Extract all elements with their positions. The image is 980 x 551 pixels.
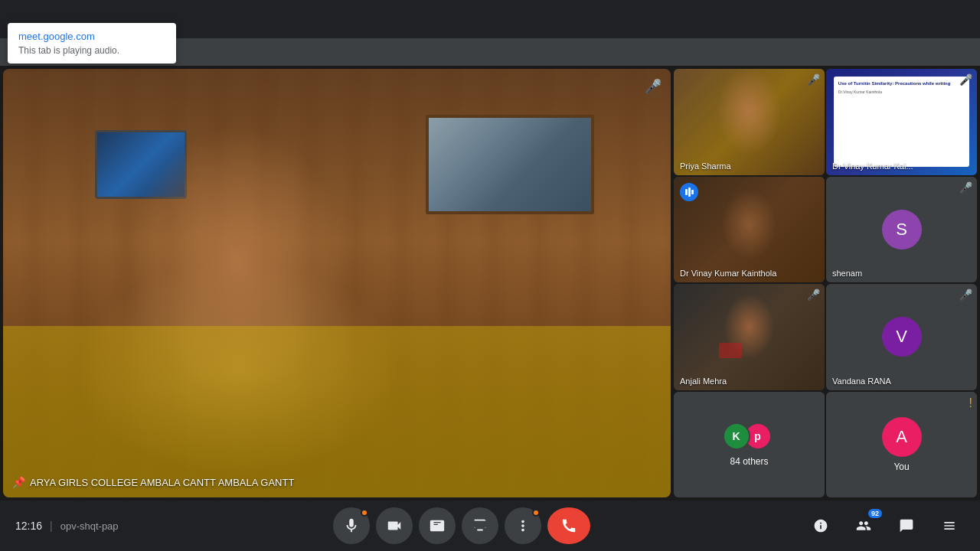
vandana-name: Vandana RANA — [832, 377, 891, 386]
controls-center — [333, 507, 590, 544]
chat-button[interactable] — [891, 510, 922, 541]
main-content: 🎤 📌 ARYA GIRLS COLLEGE AMBALA CANTT AMBA… — [0, 66, 980, 500]
more-options-button[interactable] — [505, 507, 541, 544]
vandana-mute-icon: 🎤 — [959, 289, 972, 301]
more-notification — [532, 509, 540, 517]
participants-button[interactable]: 92 — [848, 510, 879, 541]
priya-name: Priya Sharma — [680, 161, 731, 171]
participant-tile-others: K p 84 others — [674, 392, 825, 498]
main-video-mute-icon: 🎤 — [645, 78, 662, 95]
speaking-bar-2 — [688, 187, 691, 197]
activities-button[interactable] — [934, 510, 965, 541]
slide-title: Use of Turnitin Similarity: Precautions … — [838, 81, 965, 86]
tooltip-url: meet.google.com — [18, 31, 165, 42]
participant-tile-shenam: S 🎤 shenam — [826, 177, 977, 283]
participant-tile-priya: 🎤 Priya Sharma — [674, 69, 825, 175]
speaking-bar-1 — [685, 189, 688, 195]
participant-tile-vinay: Dr Vinay Kumar Kainthola — [674, 177, 825, 283]
main-video-label: 📌 ARYA GIRLS COLLEGE AMBALA CANTT AMBALA… — [12, 476, 294, 488]
speaking-bar-3 — [691, 190, 694, 194]
priya-face — [674, 69, 825, 175]
participant-tile-you: A ! You — [826, 392, 977, 498]
mic-button[interactable] — [333, 507, 370, 544]
info-button[interactable] — [805, 510, 836, 541]
warning-icon: ! — [969, 396, 972, 410]
audio-tooltip: meet.google.com This tab is playing audi… — [8, 23, 176, 64]
main-video-name: ARYA GIRLS COLLEGE AMBALA CANTT AMBALA G… — [30, 477, 294, 488]
captions-button[interactable] — [419, 507, 456, 544]
participant-count: 92 — [868, 509, 882, 518]
time-display: 12:16 — [15, 520, 42, 532]
you-avatar: A — [882, 417, 922, 457]
vinay-presenting-name: Dr Vinay Kumar Kai... — [832, 161, 913, 171]
mic-notification — [361, 509, 368, 517]
vinay-presenting-bg: Use of Turnitin Similarity: Precautions … — [826, 69, 977, 175]
bottom-control-bar: 12:16 | opv-shqt-pap — [0, 500, 980, 551]
vinay-name: Dr Vinay Kumar Kainthola — [680, 269, 776, 278]
tooltip-audio-text: This tab is playing audio. — [18, 45, 165, 56]
anjali-mute-icon: 🎤 — [807, 289, 820, 301]
bottom-left-info: 12:16 | opv-shqt-pap — [15, 520, 119, 532]
others-avatar-k: K — [723, 422, 750, 450]
present-button[interactable] — [462, 507, 498, 544]
end-call-button[interactable] — [547, 507, 590, 544]
vandana-avatar: V — [882, 317, 922, 357]
pin-icon: 📌 — [12, 476, 25, 488]
shenam-mute-icon: 🎤 — [959, 181, 972, 194]
speaking-indicator — [680, 183, 698, 201]
meeting-code: opv-shqt-pap — [60, 520, 119, 532]
camera-button[interactable] — [376, 507, 413, 544]
participant-tile-vinay-presenting: Use of Turnitin Similarity: Precautions … — [826, 69, 977, 175]
browser-top-bar: meet.google.com This tab is playing audi… — [0, 0, 980, 38]
clothing-overlay — [3, 326, 671, 497]
bottom-right-controls: 92 — [805, 510, 965, 541]
anjali-face — [674, 284, 825, 390]
others-avatars: K p — [723, 422, 776, 450]
presentation-slide: Use of Turnitin Similarity: Precautions … — [834, 77, 969, 167]
shenam-name: shenam — [832, 269, 862, 278]
slide-subtitle: Dr.Vinay Kumar Kainthola — [838, 90, 965, 94]
participant-tile-vandana: V 🎤 Vandana RANA — [826, 284, 977, 390]
main-video-container: 🎤 📌 ARYA GIRLS COLLEGE AMBALA CANTT AMBA… — [3, 69, 671, 497]
you-label: You — [893, 461, 909, 472]
participants-panel: 🎤 Priya Sharma Use of Turnitin Similarit… — [674, 66, 980, 500]
others-count-label: 84 others — [730, 456, 768, 467]
vinay-presenting-mute: 🎤 — [959, 73, 972, 86]
anjali-clothing — [719, 343, 742, 358]
shenam-avatar: S — [882, 210, 922, 249]
participant-tile-anjali: 🎤 Anjali Mehra — [674, 284, 825, 390]
priya-mute-icon: 🎤 — [807, 73, 820, 86]
time-divider: | — [50, 520, 53, 532]
speaking-bars — [685, 187, 694, 197]
anjali-name: Anjali Mehra — [680, 377, 727, 386]
